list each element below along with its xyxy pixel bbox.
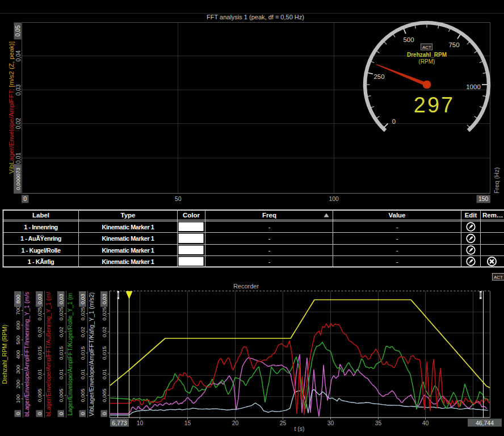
svg-text:-: - (396, 224, 398, 230)
svg-text:Label: Label (32, 212, 49, 219)
svg-text:0,015: 0,015 (58, 346, 64, 360)
svg-text:0: 0 (36, 412, 43, 415)
svg-text:0,015: 0,015 (36, 346, 43, 360)
svg-text:0,015: 0,015 (101, 346, 107, 360)
svg-text:0,02: 0,02 (36, 326, 43, 337)
svg-text:ACT: ACT (494, 275, 503, 280)
svg-text:Freq: Freq (262, 212, 276, 219)
svg-text:0: 0 (58, 412, 64, 415)
svg-text:bLager/Envelope/AmplFFT/Außenr: bLager/Envelope/AmplFFT/Außenring_Y_1 (m… (45, 292, 52, 417)
svg-text:6,773: 6,773 (112, 420, 127, 426)
svg-text:0,03: 0,03 (58, 294, 64, 305)
svg-text:Rem…: Rem… (482, 212, 503, 219)
svg-text:20: 20 (232, 420, 239, 426)
svg-text:10: 10 (137, 420, 144, 426)
svg-text:Edit: Edit (465, 212, 477, 219)
svg-text:800: 800 (15, 295, 21, 304)
svg-text:Type: Type (121, 212, 136, 219)
svg-text:Kinematic Marker 1: Kinematic Marker 1 (102, 247, 154, 254)
svg-text:100: 100 (15, 395, 21, 404)
svg-text:Kinematic Marker 1: Kinematic Marker 1 (102, 235, 154, 242)
svg-text:ACT: ACT (422, 45, 431, 50)
svg-text:30: 30 (327, 420, 334, 426)
svg-text:VibLager/Envelope/AmplFFT/Käfi: VibLager/Envelope/AmplFFT/Käfig_Y_1 (m/s… (88, 292, 95, 417)
svg-text:500: 500 (15, 336, 21, 345)
svg-text:0: 0 (23, 195, 27, 202)
svg-text:0,005: 0,005 (101, 388, 107, 402)
svg-text:1 - Innenring: 1 - Innenring (24, 224, 58, 230)
svg-text:0,005: 0,005 (58, 388, 64, 402)
svg-text:-: - (268, 247, 271, 254)
svg-text:0,05: 0,05 (15, 25, 21, 36)
svg-text:0,01: 0,01 (36, 369, 43, 380)
svg-text:50: 50 (175, 195, 182, 202)
svg-text:1000: 1000 (466, 83, 481, 90)
svg-text:40: 40 (422, 420, 429, 426)
svg-text:-: - (396, 258, 398, 265)
svg-text:Freq (Hz): Freq (Hz) (493, 167, 500, 194)
svg-text:25: 25 (280, 420, 287, 426)
svg-text:-: - (268, 258, 271, 265)
svg-text:700: 700 (15, 306, 21, 315)
svg-text:0,025: 0,025 (101, 307, 107, 321)
svg-text:0,005: 0,005 (36, 388, 43, 402)
svg-text:15: 15 (184, 420, 191, 426)
svg-text:0: 0 (392, 118, 396, 125)
svg-text:150: 150 (478, 195, 489, 202)
svg-text:-: - (396, 235, 398, 242)
svg-text:0,02: 0,02 (101, 326, 107, 337)
svg-text:-: - (268, 235, 271, 242)
svg-text:600: 600 (15, 321, 21, 330)
svg-text:0,015: 0,015 (79, 346, 86, 360)
svg-text:0,02: 0,02 (58, 326, 64, 337)
svg-text:(RPM): (RPM) (419, 58, 435, 65)
svg-text:0,025: 0,025 (36, 307, 43, 321)
svg-text:0,03: 0,03 (36, 294, 43, 305)
svg-text:200: 200 (15, 380, 21, 389)
svg-text:Drehzahl_RPM (RPM): Drehzahl_RPM (RPM) (1, 325, 8, 384)
svg-text:0,02: 0,02 (15, 118, 22, 129)
svg-text:250: 250 (373, 73, 384, 80)
svg-text:750: 750 (448, 41, 459, 48)
svg-text:35: 35 (375, 420, 382, 426)
svg-text:0,02: 0,02 (79, 326, 86, 337)
svg-text:Kinematic Marker 1: Kinematic Marker 1 (102, 224, 154, 230)
svg-text:Drehzahl_RPM: Drehzahl_RPM (407, 52, 447, 58)
svg-text:1 - Kugel/Rolle: 1 - Kugel/Rolle (22, 247, 61, 254)
svg-text:0,03: 0,03 (79, 294, 86, 305)
svg-text:1 - KÃ¤fig: 1 - KÃ¤fig (28, 258, 54, 265)
svg-text:0: 0 (79, 412, 86, 415)
svg-text:0,000073: 0,000073 (15, 167, 21, 190)
svg-text:0,04: 0,04 (15, 50, 22, 61)
svg-text:1 - AuÃŸenring: 1 - AuÃŸenring (20, 235, 61, 242)
svg-text:0,03: 0,03 (15, 84, 22, 95)
svg-text:400: 400 (15, 350, 21, 359)
svg-text:bLager/Envelope/AmplFFT/Innenr: bLager/Envelope/AmplFFT/Innenring_Y_1 (m… (23, 292, 30, 417)
svg-text:0,005: 0,005 (79, 388, 86, 402)
svg-text:0,01: 0,01 (58, 369, 64, 380)
svg-text:0,01: 0,01 (79, 369, 86, 380)
svg-text:Value: Value (388, 212, 405, 219)
svg-text:t (s): t (s) (294, 425, 304, 432)
svg-text:500: 500 (403, 36, 414, 43)
svg-text:Lager/Envelope/AmplFFT/Kugel/R: Lager/Envelope/AmplFFT/Kugel/Rolle_Y_1 (… (66, 293, 73, 416)
svg-text:VibLager/Envelope/AmplFFT; [m/: VibLager/Envelope/AmplFFT; [m/s2 (Z, pea… (8, 41, 15, 174)
svg-text:0,01: 0,01 (101, 369, 107, 380)
svg-text:297: 297 (414, 93, 455, 117)
svg-text:0,025: 0,025 (58, 307, 64, 321)
svg-text:0: 0 (101, 412, 107, 415)
svg-text:46,744: 46,744 (476, 420, 494, 426)
svg-text:-: - (268, 224, 271, 230)
svg-text:-: - (396, 247, 398, 254)
svg-text:Recorder: Recorder (233, 283, 259, 290)
svg-text:0,03: 0,03 (101, 294, 107, 305)
svg-text:FFT analysis 1 (peak, df = 0,5: FFT analysis 1 (peak, df = 0,50 Hz) (207, 14, 304, 20)
svg-text:0,01: 0,01 (15, 152, 22, 164)
svg-text:Color: Color (183, 212, 200, 219)
svg-text:300: 300 (15, 365, 21, 374)
svg-text:100: 100 (329, 195, 339, 202)
svg-text:0: 0 (15, 412, 21, 415)
svg-text:0,025: 0,025 (79, 307, 86, 321)
svg-text:Kinematic Marker 1: Kinematic Marker 1 (102, 258, 154, 265)
